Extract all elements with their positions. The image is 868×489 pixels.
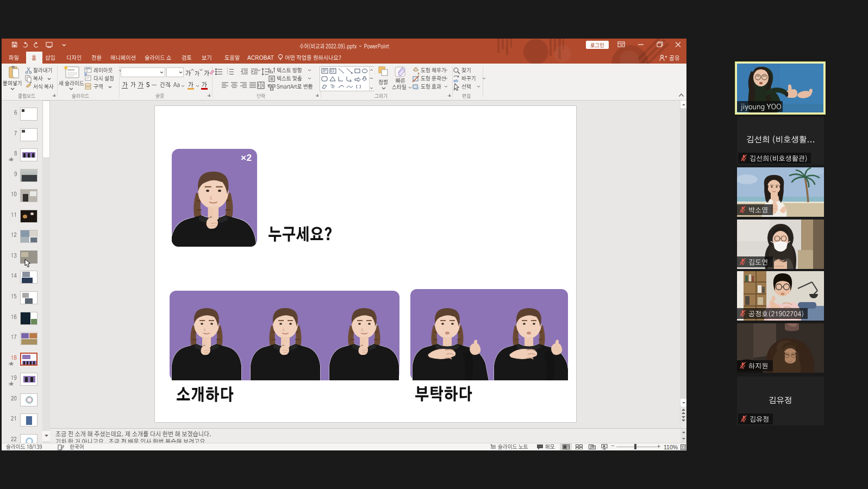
- svg-text:ab: ab: [453, 78, 458, 83]
